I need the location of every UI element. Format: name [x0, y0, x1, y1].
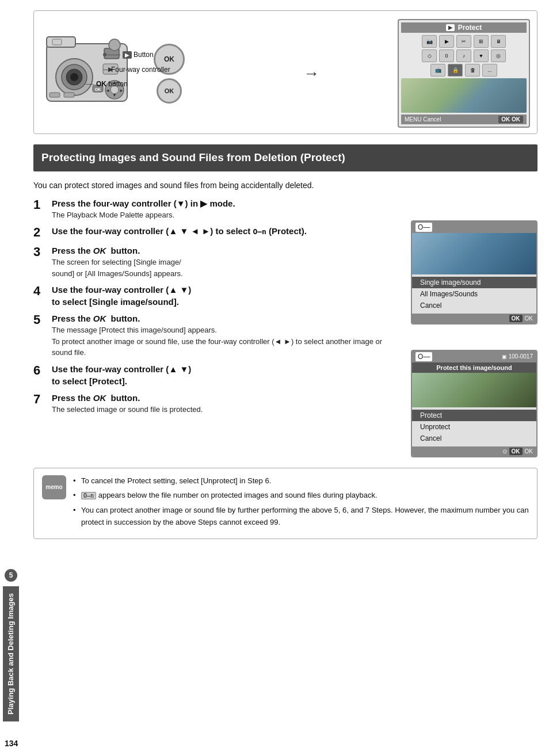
steps-list: 1 Press the four-way controller (▼) in ▶… — [33, 197, 403, 457]
step-3-title: Press the OK button. — [52, 245, 403, 257]
step-1-title: Press the four-way controller (▼) in ▶ m… — [52, 197, 403, 209]
ps-ok-label: OK OK — [498, 116, 523, 123]
ss1-ok-badge: OK — [509, 315, 523, 322]
intro-text: You can protect stored images and sound … — [33, 180, 537, 192]
ps-icon-8: ♪ — [456, 49, 471, 62]
ps-icon-2: ▶ — [439, 35, 454, 48]
ss2-file-num: ▣ 100-0017 — [502, 353, 533, 360]
ss2-item-protect: Protect — [412, 410, 536, 421]
ps-play-icon: ▶ — [446, 24, 455, 31]
memo-item-1: To cancel the Protect setting, select [U… — [73, 475, 529, 487]
ps-icon-6: ◇ — [422, 49, 437, 62]
step-5: 5 Press the OK button. The message [Prot… — [33, 312, 403, 358]
ss2-header: O— ▣ 100-0017 — [412, 351, 536, 362]
ps-icon-7: 0 — [439, 49, 454, 62]
step-6: 6 Use the four-way controller (▲ ▼)to se… — [33, 363, 403, 387]
chapter-label: Playing Back and Deleting Images — [3, 586, 19, 721]
step-6-title: Use the four-way controller (▲ ▼)to sele… — [52, 363, 403, 387]
ss2-item-cancel: Cancel — [412, 433, 536, 444]
ss2-protect-bar: Protect this image/sound — [412, 362, 536, 373]
ps-cancel-label: MENU Cancel — [405, 116, 441, 123]
step-5-title: Press the OK button. — [52, 312, 403, 324]
ps-icon-5: 🖥 — [491, 35, 506, 48]
ss1-lock-icon: O— — [415, 223, 432, 232]
camera-illustration: ▶ ▲ ▼ ◄ ► OK — [41, 26, 139, 120]
step-7: 7 Press the OK button. The selected imag… — [33, 392, 403, 415]
ps-icon-3: ✂ — [456, 35, 471, 48]
step-2: 2 Use the four-way controller (▲ ▼ ◄ ►) … — [33, 225, 403, 240]
play-icon-label: ▶ — [123, 51, 132, 59]
section-heading: Protecting Images and Sound Files from D… — [33, 144, 537, 171]
step-3: 3 Press the OK button. The screen for se… — [33, 245, 403, 279]
ss2-footer: ⊙ OK OK — [412, 446, 536, 456]
right-column: O— Single image/sound All Images/Sounds … — [411, 220, 537, 457]
svg-text:OK: OK — [95, 87, 101, 91]
ok-button-label: OK button — [96, 80, 128, 88]
steps-area: 1 Press the four-way controller (▼) in ▶… — [33, 197, 537, 457]
svg-point-8 — [109, 39, 120, 51]
step-5-desc: The message [Protect this image/sound] a… — [52, 324, 403, 358]
ss2-item-unprotect: Unprotect — [412, 421, 536, 433]
ss2-lock-icon: O— — [415, 352, 432, 361]
svg-rect-20 — [64, 93, 74, 97]
ps-icon-11: 📺 — [430, 64, 445, 77]
svg-text:◄: ◄ — [105, 88, 110, 93]
ss1-header: O— — [412, 222, 536, 233]
step-7-content: Press the OK button. The selected image … — [52, 392, 403, 415]
ss1-menu: Single image/sound All Images/Sounds Can… — [412, 274, 536, 314]
ss1-image — [412, 233, 536, 274]
ps-icon-4: ⊞ — [474, 35, 489, 48]
ps-icon-lock: 🔒 — [448, 64, 463, 77]
camera-diagram: ▶ ▲ ▼ ◄ ► OK — [41, 26, 225, 120]
ss1-item-single: Single image/sound — [412, 277, 536, 288]
screen1-mockup: O— Single image/sound All Images/Sounds … — [411, 220, 537, 324]
ps-icon-12: 🗑 — [465, 64, 480, 77]
ps-icon-9: ♥ — [474, 49, 489, 62]
step-7-title: Press the OK button. — [52, 392, 403, 404]
step-1: 1 Press the four-way controller (▼) in ▶… — [33, 197, 403, 221]
ok-button-large-2: OK — [157, 78, 182, 104]
step-4: 4 Use the four-way controller (▲ ▼)to se… — [33, 284, 403, 308]
sidebar: 5 Playing Back and Deleting Images — [0, 0, 22, 756]
ps-image-preview — [401, 78, 527, 113]
memo-item-2: O—n appears below the file number on pro… — [73, 490, 529, 502]
diagram-box: ▶ ▲ ▼ ◄ ► OK — [33, 10, 537, 134]
step-4-title: Use the four-way controller (▲ ▼)to sele… — [52, 284, 403, 308]
step-2-title: Use the four-way controller (▲ ▼ ◄ ►) to… — [52, 225, 403, 237]
step-2-content: Use the four-way controller (▲ ▼ ◄ ►) to… — [52, 225, 403, 237]
protect-screen-mockup: ▶ Protect 📷 ▶ ✂ ⊞ 🖥 ◇ 0 ♪ ♥ ◎ 📺 🔒 � — [398, 19, 530, 128]
svg-rect-7 — [52, 39, 62, 45]
ps-title: Protect — [458, 24, 482, 32]
ps-icon-13: ... — [482, 64, 497, 77]
screen2-mockup: O— ▣ 100-0017 Protect this image/sound P… — [411, 350, 537, 457]
ss2-image — [412, 373, 536, 407]
step-1-desc: The Playback Mode Palette appears. — [52, 209, 403, 221]
step-1-content: Press the four-way controller (▼) in ▶ m… — [52, 197, 403, 221]
svg-point-5 — [70, 73, 78, 81]
ps-icon-10: ◎ — [491, 49, 506, 62]
ss1-item-all: All Images/Sounds — [412, 288, 536, 300]
ss1-footer: OK OK — [412, 314, 536, 323]
step-5-num: 5 — [33, 312, 46, 327]
ss2-menu: Protect Unprotect Cancel — [412, 407, 536, 446]
memo-icon: memo — [42, 475, 66, 499]
step-7-desc: The selected image or sound file is prot… — [52, 404, 403, 415]
memo-box: memo To cancel the Protect setting, sele… — [33, 468, 537, 539]
ss2-ok-badge: OK — [509, 448, 523, 455]
step-6-num: 6 — [33, 363, 46, 378]
step-6-content: Use the four-way controller (▲ ▼)to sele… — [52, 363, 403, 387]
ss2-ok-label: OK — [525, 448, 533, 455]
ps-icon-1: 📷 — [422, 35, 437, 48]
chapter-number: 5 — [5, 569, 17, 582]
step-1-num: 1 — [33, 197, 46, 212]
step-5-content: Press the OK button. The message [Protec… — [52, 312, 403, 358]
step-3-desc: The screen for selecting [Single image/s… — [52, 257, 403, 279]
svg-text:▼: ▼ — [112, 93, 117, 98]
button-label: Button — [134, 51, 154, 59]
step-4-content: Use the four-way controller (▲ ▼)to sele… — [52, 284, 403, 308]
svg-text:►: ► — [119, 88, 124, 93]
step-3-content: Press the OK button. The screen for sele… — [52, 245, 403, 279]
step-4-num: 4 — [33, 284, 46, 299]
page-number: 134 — [5, 739, 18, 748]
four-way-label: Four-way controller — [111, 66, 170, 74]
